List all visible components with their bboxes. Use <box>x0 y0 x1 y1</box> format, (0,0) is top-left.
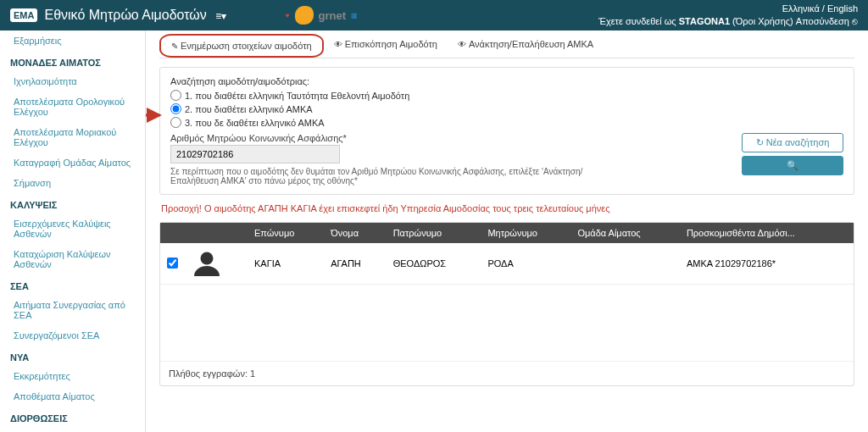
partner-logo-3: ▦ <box>351 12 358 19</box>
partner-logos: ♥ grnet ▦ <box>286 6 358 25</box>
sidebar-heading: ΝΥΑ <box>0 346 145 366</box>
cell-father: ΘΕΟΔΩΡΟΣ <box>387 243 481 285</box>
tab[interactable]: 👁Επισκόπηση Αιμοδότη <box>324 34 448 58</box>
row-checkbox[interactable] <box>167 258 178 269</box>
amka-field-label: Αριθμός Μητρώου Κοινωνικής Ασφάλισης* <box>170 133 733 143</box>
results-table: ΕπώνυμοΌνομαΠατρώνυμοΜητρώνυμοΟμάδα Αίμα… <box>160 223 854 285</box>
sidebar-heading: ΔΙΟΡΘΩΣΕΙΣ <box>0 407 145 427</box>
sidebar-item[interactable]: Σήμανση <box>0 173 145 193</box>
topbar: ΕΜΑ Εθνικό Μητρώο Αιμοδοτών ≡▾ ♥ grnet ▦… <box>0 0 868 30</box>
tab-icon: 👁 <box>458 40 466 49</box>
column-header[interactable] <box>160 223 185 243</box>
grnet-logo: grnet <box>319 9 347 22</box>
sidebar-item[interactable]: Εκκρεμότητες <box>0 366 145 386</box>
sidebar-item[interactable]: Καταχώριση Καλύψεων Ασθενών <box>0 244 145 274</box>
table-row[interactable]: ΚΑΓΙΑΑΓΑΠΗΘΕΟΔΩΡΟΣΡΟΔΑΑΜΚΑ 21029702186* <box>160 243 854 285</box>
topbar-right: Ελληνικά / English Έχετε συνδεθεί ως STA… <box>598 3 858 29</box>
sidebar-item[interactable]: Αιτήματα Συνεργασίας από ΣΕΑ <box>0 295 145 325</box>
sidebar-item[interactable]: Αποτελέσματα Ορολογικού Ελέγχου <box>0 91 145 122</box>
cell-surname: ΚΑΓΙΑ <box>248 243 324 285</box>
tab[interactable]: ✎Ενημέρωση στοιχείων αιμοδότη <box>159 34 324 58</box>
cell-doc: ΑΜΚΑ 21029702186* <box>680 243 854 285</box>
column-header[interactable]: Επώνυμο <box>248 223 324 243</box>
search-panel: Αναζήτηση αιμοδότη/αιμοδότριας: 1. που δ… <box>159 67 854 195</box>
column-header[interactable]: Ομάδα Αίματος <box>570 223 680 243</box>
username: STAGONA1 <box>679 16 730 26</box>
radio-input[interactable] <box>170 117 181 128</box>
column-header[interactable] <box>185 223 248 243</box>
search-option[interactable]: 3. που δε διαθέτει ελληνικό ΑΜΚΑ <box>170 117 843 128</box>
cell-name: ΑΓΑΠΗ <box>324 243 386 285</box>
tab[interactable]: 👁Ανάκτηση/Επαλήθευση ΑΜΚΑ <box>448 34 604 58</box>
terms-link[interactable]: (Όροι Χρήσης) <box>732 16 793 26</box>
record-count: Πλήθος εγγραφών: 1 <box>160 361 854 385</box>
tab-icon: 👁 <box>334 40 342 49</box>
cell-mother: ΡΟΔΑ <box>481 243 570 285</box>
menu-icon[interactable]: ≡▾ <box>215 10 226 22</box>
radio-input[interactable] <box>170 103 181 114</box>
avatar-icon <box>192 248 222 279</box>
search-option[interactable]: 1. που διαθέτει ελληνική Ταυτότητα Εθελο… <box>170 90 843 101</box>
amka-hint: Σε περίπτωση που ο αιμοδότης δεν θυμάται… <box>170 167 594 186</box>
refresh-icon: ↻ <box>756 137 764 147</box>
sidebar-item[interactable]: Διόρθωση Στοιχείων Ερωτηματολογίων <box>0 427 145 432</box>
sidebar-item[interactable]: Εξαρμήσεις <box>0 30 145 51</box>
content-area: ✎Ενημέρωση στοιχείων αιμοδότη👁Επισκόπηση… <box>146 30 868 432</box>
cell-blood <box>570 243 680 285</box>
column-header[interactable]: Μητρώνυμο <box>481 223 570 243</box>
lang-english[interactable]: English <box>827 3 858 14</box>
column-header[interactable]: Πατρώνυμο <box>387 223 481 243</box>
search-button[interactable]: 🔍 <box>742 156 843 175</box>
column-header[interactable]: Προσκομισθέντα Δημόσι... <box>680 223 854 243</box>
search-icon: 🔍 <box>787 160 798 170</box>
sidebar-item[interactable]: Καταγραφή Ομάδας Αίματος <box>0 152 145 173</box>
partner-logo-1: ♥ <box>286 12 290 19</box>
sidebar-heading: ΣΕΑ <box>0 274 145 295</box>
radio-input[interactable] <box>170 90 181 101</box>
app-logo: ΕΜΑ <box>10 8 37 22</box>
results-panel: ΕπώνυμοΌνομαΠατρώνυμοΜητρώνυμοΟμάδα Αίμα… <box>159 222 854 386</box>
column-header[interactable]: Όνομα <box>324 223 386 243</box>
tab-icon: ✎ <box>171 42 178 51</box>
amka-input[interactable] <box>170 145 340 163</box>
new-search-button[interactable]: ↻ Νέα αναζήτηση <box>742 133 843 152</box>
tabs: ✎Ενημέρωση στοιχείων αιμοδότη👁Επισκόπηση… <box>159 34 854 58</box>
sidebar-item[interactable]: Αποθέματα Αίματος <box>0 386 145 407</box>
sidebar-item[interactable]: Ιχνηλασιμότητα <box>0 71 145 91</box>
search-option[interactable]: 2. που διαθέτει ελληνικό ΑΜΚΑ <box>170 103 843 114</box>
logout-icon[interactable]: ⎋ <box>852 16 858 26</box>
partner-logo-2 <box>295 6 314 25</box>
sidebar-item[interactable]: Εισερχόμενες Καλύψεις Ασθενών <box>0 213 145 244</box>
warning-alert: Προσοχή! Ο αιμοδότης ΑΓΑΠΗ ΚΑΓΙΑ έχει επ… <box>161 203 853 213</box>
logout-link[interactable]: Αποσύνδεση <box>796 16 849 26</box>
sidebar-item[interactable]: Αποτελέσματα Μοριακού Ελέγχου <box>0 122 145 152</box>
sidebar-heading: ΜΟΝΑΔΕΣ ΑΙΜΑΤΟΣ <box>0 51 145 71</box>
lang-greek[interactable]: Ελληνικά <box>782 3 820 14</box>
annotation-arrow <box>146 105 164 125</box>
sidebar-item[interactable]: Συνεργαζόμενοι ΣΕΑ <box>0 325 145 346</box>
app-title: Εθνικό Μητρώο Αιμοδοτών ≡▾ <box>44 8 285 23</box>
sidebar: ΕξαρμήσειςΜΟΝΑΔΕΣ ΑΙΜΑΤΟΣΙχνηλασιμότηταΑ… <box>0 30 146 432</box>
svg-point-1 <box>201 252 214 265</box>
sidebar-heading: ΚΑΛΥΨΕΙΣ <box>0 193 145 213</box>
search-legend: Αναζήτηση αιμοδότη/αιμοδότριας: <box>170 76 843 86</box>
